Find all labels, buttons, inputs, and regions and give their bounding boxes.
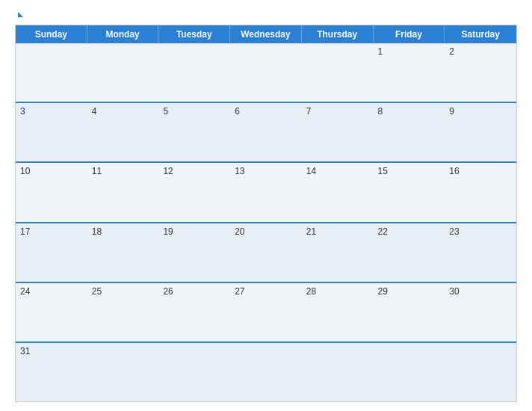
day-number: 15 — [378, 166, 388, 176]
calendar-cell: 19 — [158, 223, 230, 282]
day-number: 23 — [449, 226, 459, 237]
day-number: 26 — [163, 286, 173, 297]
calendar-cell: 27 — [230, 283, 302, 342]
calendar-week-2: 3456789 — [16, 102, 516, 161]
day-header-wednesday: Wednesday — [230, 25, 302, 43]
calendar-cell — [158, 43, 230, 102]
calendar-cell: 8 — [374, 103, 445, 161]
day-number: 11 — [92, 166, 102, 176]
day-number: 13 — [235, 166, 244, 176]
calendar-cell: 9 — [445, 103, 516, 161]
logo — [15, 12, 23, 17]
day-number: 22 — [378, 226, 388, 237]
calendar-cell: 1 — [374, 43, 445, 102]
day-number: 2 — [449, 46, 454, 57]
day-number: 31 — [20, 346, 30, 356]
day-header-friday: Friday — [374, 25, 445, 43]
calendar-grid: SundayMondayTuesdayWednesdayThursdayFrid… — [15, 25, 517, 402]
day-number: 25 — [92, 286, 102, 297]
header — [15, 12, 517, 17]
calendar-cell: 28 — [302, 283, 374, 342]
calendar-cell: 12 — [158, 163, 230, 221]
calendar-cell: 20 — [230, 223, 302, 282]
day-number: 14 — [306, 166, 316, 176]
day-number: 16 — [449, 166, 459, 176]
calendar-week-1: 12 — [16, 43, 516, 102]
calendar-cell: 7 — [302, 103, 374, 161]
calendar-cell — [302, 43, 374, 102]
calendar-cell — [87, 343, 159, 401]
calendar-cell: 11 — [87, 163, 159, 221]
calendar-week-6: 31 — [16, 342, 516, 401]
calendar-cell: 4 — [87, 103, 159, 161]
calendar-cell: 3 — [16, 103, 87, 161]
day-number: 1 — [378, 46, 383, 57]
day-number: 18 — [92, 226, 102, 237]
calendar-body: 1234567891011121314151617181920212223242… — [16, 43, 516, 401]
calendar-cell — [445, 343, 516, 401]
day-number: 6 — [235, 106, 240, 117]
day-number: 24 — [20, 286, 30, 297]
calendar-week-3: 10111213141516 — [16, 161, 516, 221]
calendar-cell: 5 — [158, 103, 230, 161]
calendar-cell: 10 — [16, 163, 87, 221]
day-number: 12 — [163, 166, 173, 176]
calendar-cell — [230, 43, 302, 102]
calendar-cell: 2 — [445, 43, 516, 102]
calendar-cell — [87, 43, 159, 102]
day-number: 7 — [306, 106, 312, 117]
calendar-cell: 21 — [302, 223, 374, 282]
calendar-cell — [158, 343, 230, 401]
calendar-header-row: SundayMondayTuesdayWednesdayThursdayFrid… — [16, 25, 516, 43]
day-header-tuesday: Tuesday — [158, 25, 230, 43]
day-number: 4 — [92, 106, 97, 117]
day-number: 8 — [378, 106, 383, 117]
logo-triangle-icon — [18, 12, 23, 17]
calendar-cell: 26 — [158, 283, 230, 342]
calendar-cell: 31 — [16, 343, 87, 401]
calendar-cell — [230, 343, 302, 401]
calendar-page: SundayMondayTuesdayWednesdayThursdayFrid… — [0, 0, 532, 411]
day-number: 20 — [235, 226, 244, 237]
calendar-cell: 22 — [374, 223, 445, 282]
calendar-cell: 6 — [230, 103, 302, 161]
calendar-cell: 13 — [230, 163, 302, 221]
calendar-cell: 25 — [87, 283, 159, 342]
calendar-cell: 15 — [374, 163, 445, 221]
calendar-cell: 18 — [87, 223, 159, 282]
day-header-monday: Monday — [87, 25, 159, 43]
calendar-cell: 30 — [445, 283, 516, 342]
day-number: 28 — [306, 286, 316, 297]
day-number: 21 — [306, 226, 316, 237]
day-number: 19 — [163, 226, 173, 237]
day-number: 3 — [20, 106, 25, 117]
calendar-cell: 14 — [302, 163, 374, 221]
calendar-cell: 24 — [16, 283, 87, 342]
calendar-cell — [302, 343, 374, 401]
calendar-week-4: 17181920212223 — [16, 222, 516, 282]
calendar-cell — [16, 43, 87, 102]
calendar-cell: 16 — [445, 163, 516, 221]
calendar-week-5: 24252627282930 — [16, 282, 516, 342]
day-number: 29 — [378, 286, 388, 297]
calendar-cell — [374, 343, 445, 401]
day-number: 30 — [449, 286, 459, 297]
calendar-cell: 23 — [445, 223, 516, 282]
day-number: 9 — [449, 106, 454, 117]
day-header-saturday: Saturday — [445, 25, 516, 43]
calendar-cell: 17 — [16, 223, 87, 282]
logo-blue-text — [15, 12, 23, 17]
calendar-cell: 29 — [374, 283, 445, 342]
day-number: 17 — [20, 226, 30, 237]
day-number: 27 — [235, 286, 244, 297]
day-number: 10 — [20, 166, 30, 176]
day-header-sunday: Sunday — [16, 25, 87, 43]
day-number: 5 — [163, 106, 168, 117]
day-header-thursday: Thursday — [302, 25, 374, 43]
